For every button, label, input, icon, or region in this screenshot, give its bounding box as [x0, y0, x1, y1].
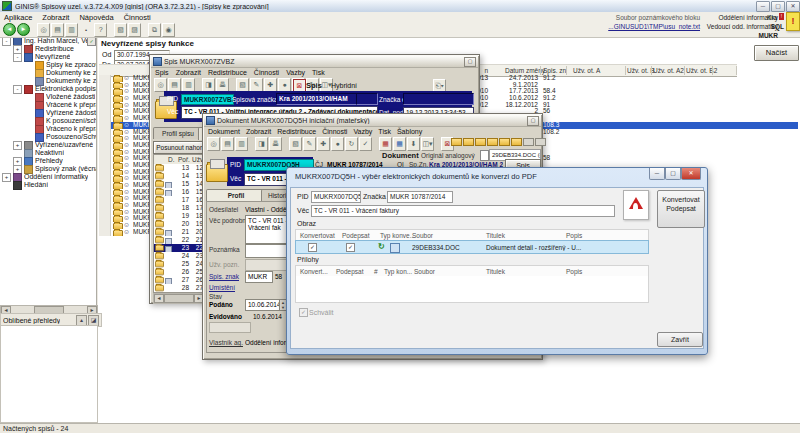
record-icon[interactable]: ● — [331, 137, 344, 151]
favorites-panel[interactable] — [0, 325, 98, 423]
refresh-icon[interactable]: ↻ — [345, 137, 358, 151]
send-doc-icon[interactable]: ▨ — [128, 23, 141, 37]
znacka-odes-field[interactable] — [403, 93, 474, 105]
menu-item[interactable]: Redistribuce — [208, 69, 247, 76]
folder-icon[interactable] — [451, 138, 462, 146]
spis-znak-link[interactable]: Spis. znak — [209, 273, 239, 280]
tab-profil-spisu[interactable]: Profil spisu — [153, 127, 203, 139]
menu-item[interactable]: Dokument — [208, 128, 240, 135]
tree-item[interactable]: Vložené žádosti — [0, 93, 96, 101]
add-icon[interactable]: ✚ — [317, 137, 330, 151]
row-header-cell[interactable] — [99, 95, 111, 102]
expand-icon[interactable]: ◪ — [88, 315, 99, 326]
row-header-cell[interactable] — [99, 169, 111, 176]
list-item[interactable]: 26 25 — [154, 268, 204, 276]
col-konvertovat[interactable]: Konvertovat — [300, 232, 335, 239]
spis-window-titlebar[interactable]: Spis MUKRX007ZVBZ ▢ — [151, 56, 478, 68]
spis-pid-value[interactable]: MUKRX007ZVBZ — [181, 94, 234, 105]
menu-item[interactable]: Činnosti — [254, 69, 279, 76]
new-doc-icon[interactable]: ▧ — [236, 78, 249, 92]
maximize-icon[interactable]: ▢ — [464, 57, 476, 67]
stop-icon[interactable]: ▦ — [379, 137, 392, 151]
edit-icon[interactable]: ✎ — [303, 137, 316, 151]
forward-icon[interactable]: ► — [17, 23, 30, 36]
menu-item[interactable]: Vazby — [286, 69, 305, 76]
menu-item[interactable]: Nápověda — [79, 13, 113, 22]
tree-item[interactable]: Dokumenty ke zpracování — [0, 69, 96, 77]
check-icon[interactable]: ✓ — [87, 37, 96, 46]
umisteni-link[interactable]: Umístění — [209, 284, 235, 291]
edit-icon[interactable]: ✎ — [250, 78, 263, 92]
row-header-cell[interactable] — [99, 202, 111, 209]
monitor-dropdown-icon[interactable]: ◫▾ — [421, 137, 434, 151]
row-header-cell[interactable] — [99, 222, 111, 229]
copy-icon[interactable]: ▥ — [235, 137, 248, 151]
col-soubor[interactable]: Soubor — [414, 268, 435, 275]
spisova-znacka-value[interactable]: Kra 2001/2013/OI/HAM — [276, 93, 358, 105]
restore-icon[interactable]: ▢ — [771, 1, 785, 12]
list-item[interactable]: 18 17 — [154, 204, 204, 212]
dokument-window-titlebar[interactable]: Dokument MUKRX007DQ5H iniciační (mateřsk… — [204, 115, 541, 127]
podano-date-field[interactable]: 10.06.2014 — [245, 299, 282, 311]
pin-icon[interactable]: ▴ — [76, 315, 87, 326]
tree-item[interactable]: - Elektronická podpisová kniha — [0, 85, 96, 93]
minimize-icon[interactable]: ─ — [756, 1, 770, 12]
list-item[interactable]: 24 23 — [154, 252, 204, 260]
tree-item[interactable]: Vyřízené žádosti — [0, 109, 96, 117]
menu-item[interactable]: Šablony — [397, 128, 422, 135]
col-poradi[interactable]: # — [374, 268, 378, 275]
close-icon[interactable]: ✕ — [681, 168, 701, 180]
print-icon[interactable]: 🖶 — [269, 137, 282, 151]
list-item[interactable]: 22 21 — [154, 236, 204, 244]
eye-icon[interactable]: ◉ — [162, 23, 175, 37]
col-typ-konverze[interactable]: Typ konve... — [380, 232, 415, 239]
tree-item[interactable]: - Nevyřízené — [0, 53, 96, 61]
maximize-icon[interactable]: ▢ — [527, 116, 539, 126]
list-item[interactable]: 14 13 — [154, 172, 204, 180]
menu-item[interactable]: Tisk — [312, 69, 325, 76]
list-item[interactable]: 15 14 — [154, 180, 204, 188]
row-header-cell[interactable] — [99, 135, 111, 142]
poznamka-field[interactable] — [245, 244, 291, 258]
tree-item[interactable]: Vrácené k přepracování — [0, 101, 96, 109]
row-header-cell[interactable] — [99, 75, 111, 82]
record-icon[interactable]: ● — [278, 78, 291, 92]
col-podepsat[interactable]: Podepsat — [342, 232, 369, 239]
list-item[interactable]: 20 19 — [154, 220, 204, 228]
prilohy-table-body[interactable] — [295, 276, 649, 303]
list-item[interactable]: 21 20 — [154, 228, 204, 236]
row-header-cell[interactable] — [99, 122, 111, 129]
row-header-cell[interactable] — [99, 182, 111, 189]
menu-item[interactable]: Spis — [155, 69, 169, 76]
vec-podrobne-field[interactable]: TC - VR 011 - Vrácení fak — [245, 215, 291, 244]
folder-open-icon[interactable]: ◨ — [255, 137, 268, 151]
row-header-cell[interactable] — [99, 162, 111, 169]
col-uzv-a[interactable]: Užv. ot. A — [573, 67, 600, 74]
menu-item[interactable]: Tisk — [378, 128, 391, 135]
row-header-cell[interactable] — [99, 175, 111, 182]
grid-icon[interactable]: ▦ — [393, 137, 406, 151]
toggle-icon[interactable]: + — [2, 173, 11, 182]
preview-icon[interactable] — [390, 243, 400, 253]
download-icon[interactable]: ⬇ — [407, 137, 420, 151]
note-block-link[interactable]: ...GINUSUD1\TMP\usu_note.txt — [572, 22, 700, 31]
minimize-icon[interactable]: ─ — [649, 168, 665, 180]
document-icon[interactable]: ▤ — [51, 23, 64, 37]
toggle-icon[interactable]: - — [13, 85, 22, 94]
copy-icon[interactable]: ▥ — [65, 23, 78, 37]
load-button[interactable]: Načíst — [754, 45, 799, 61]
row-header-cell[interactable] — [99, 229, 111, 236]
row-header-cell[interactable] — [99, 149, 111, 156]
list-item[interactable]: 23 22 — [154, 244, 204, 252]
col-por[interactable]: Poř. — [178, 156, 190, 163]
toggle-icon[interactable]: - — [13, 53, 22, 62]
col-typ-kon[interactable]: Typ kon... — [384, 268, 412, 275]
folder-icon[interactable] — [487, 138, 498, 146]
menu-item[interactable]: Vazby — [353, 128, 372, 135]
spis-list-hscrollbar[interactable]: ◄ ► — [153, 293, 205, 304]
menu-item[interactable]: Zobrazit — [246, 128, 271, 135]
row-header-cell[interactable] — [99, 215, 111, 222]
folder-icon[interactable] — [499, 138, 510, 146]
row-header-cell[interactable] — [99, 189, 111, 196]
convert-type-icon[interactable]: ↻ — [378, 242, 385, 251]
